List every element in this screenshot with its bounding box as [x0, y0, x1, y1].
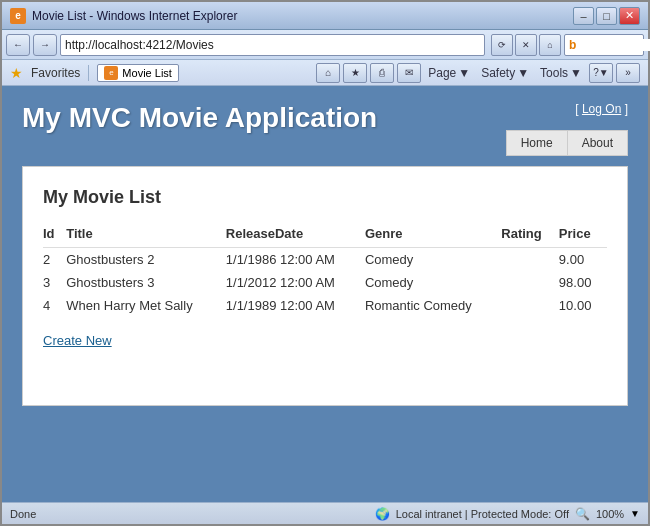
movie-list-heading: My Movie List [43, 187, 607, 208]
cell-genre: Comedy [365, 271, 501, 294]
table-row: 4When Harry Met Sally1/1/1989 12:00 AMRo… [43, 294, 607, 317]
address-input-wrap [60, 34, 485, 56]
favorites-separator [88, 65, 89, 81]
cell-id: 4 [43, 294, 66, 317]
browser-window: e Movie List - Windows Internet Explorer… [0, 0, 650, 526]
forward-button[interactable]: → [33, 34, 57, 56]
extend-btn[interactable]: » [616, 63, 640, 83]
cell-title: When Harry Met Sally [66, 294, 226, 317]
favorites-star-icon: ★ [10, 65, 23, 81]
address-bar: ← → ⟳ ✕ ⌂ b ⌕ [2, 30, 648, 60]
status-text: Done [10, 508, 367, 520]
movies-table: Id Title ReleaseDate Genre Rating Price … [43, 222, 607, 317]
address-icons: ⟳ ✕ ⌂ [491, 34, 561, 56]
cell-id: 3 [43, 271, 66, 294]
title-bar-left: e Movie List - Windows Internet Explorer [10, 8, 237, 24]
bing-logo: b [569, 38, 576, 52]
table-row: 3Ghostbusters 31/1/2012 12:00 AMComedy98… [43, 271, 607, 294]
about-nav-link[interactable]: About [567, 130, 628, 156]
zoom-icon: 🔍 [575, 507, 590, 521]
col-price: Price [559, 222, 607, 248]
window-controls: – □ ✕ [573, 7, 640, 25]
status-right: 🌍 Local intranet | Protected Mode: Off 🔍… [375, 507, 640, 521]
table-header: Id Title ReleaseDate Genre Rating Price [43, 222, 607, 248]
cell-genre: Romantic Comedy [365, 294, 501, 317]
main-area: My Movie List Id Title ReleaseDate Genre… [2, 166, 648, 502]
cell-title: Ghostbusters 3 [66, 271, 226, 294]
home-nav-link[interactable]: Home [506, 130, 567, 156]
refresh-button[interactable]: ⟳ [491, 34, 513, 56]
rss-btn[interactable]: ★ [343, 63, 367, 83]
minimize-button[interactable]: – [573, 7, 594, 25]
maximize-button[interactable]: □ [596, 7, 617, 25]
col-genre: Genre [365, 222, 501, 248]
col-rating: Rating [501, 222, 559, 248]
col-id: Id [43, 222, 66, 248]
favorites-tab[interactable]: e Movie List [97, 64, 179, 82]
create-new-link[interactable]: Create New [43, 333, 112, 348]
cell-id: 2 [43, 248, 66, 272]
safety-menu[interactable]: Safety ▼ [477, 64, 533, 82]
table-row: 2Ghostbusters 21/1/1986 12:00 AMComedy9.… [43, 248, 607, 272]
status-zone: Local intranet | Protected Mode: Off [396, 508, 569, 520]
cell-genre: Comedy [365, 248, 501, 272]
cell-rating [501, 248, 559, 272]
cell-price: 10.00 [559, 294, 607, 317]
stop-button[interactable]: ✕ [515, 34, 537, 56]
log-on-link[interactable]: Log On [582, 102, 621, 116]
address-input[interactable] [65, 38, 480, 52]
cell-release: 1/1/1989 12:00 AM [226, 294, 365, 317]
content-box: My Movie List Id Title ReleaseDate Genre… [22, 166, 628, 406]
back-button[interactable]: ← [6, 34, 30, 56]
security-icon: 🌍 [375, 507, 390, 521]
cell-rating [501, 271, 559, 294]
fav-tab-icon: e [104, 66, 118, 80]
header-nav: Home About [506, 130, 628, 156]
favorites-label[interactable]: Favorites [31, 66, 80, 80]
table-header-row: Id Title ReleaseDate Genre Rating Price [43, 222, 607, 248]
cell-price: 9.00 [559, 248, 607, 272]
print-btn[interactable]: ⎙ [370, 63, 394, 83]
col-title: Title [66, 222, 226, 248]
cell-rating [501, 294, 559, 317]
page-content: My MVC Movie Application [ Log On ] Home… [2, 86, 648, 502]
favorites-bar: ★ Favorites e Movie List ⌂ ★ ⎙ ✉ Page ▼ … [2, 60, 648, 86]
tools-menu[interactable]: Tools ▼ [536, 64, 586, 82]
movies-tbody: 2Ghostbusters 21/1/1986 12:00 AMComedy9.… [43, 248, 607, 318]
search-input[interactable] [578, 39, 650, 51]
cell-release: 1/1/2012 12:00 AM [226, 271, 365, 294]
app-header: My MVC Movie Application [ Log On ] Home… [2, 86, 648, 166]
browser-title: Movie List - Windows Internet Explorer [32, 9, 237, 23]
home-tool-btn[interactable]: ⌂ [316, 63, 340, 83]
ie-icon: e [10, 8, 26, 24]
zoom-arrow[interactable]: ▼ [630, 508, 640, 519]
page-menu[interactable]: Page ▼ [424, 64, 474, 82]
title-bar: e Movie List - Windows Internet Explorer… [2, 2, 648, 30]
cell-title: Ghostbusters 2 [66, 248, 226, 272]
home-nav-button[interactable]: ⌂ [539, 34, 561, 56]
toolbar-icons: ⌂ ★ ⎙ ✉ Page ▼ Safety ▼ Tools ▼ ? ▼ » [316, 63, 640, 83]
close-button[interactable]: ✕ [619, 7, 640, 25]
status-zoom: 100% [596, 508, 624, 520]
status-bar: Done 🌍 Local intranet | Protected Mode: … [2, 502, 648, 524]
fav-tab-label: Movie List [122, 67, 172, 79]
cell-price: 98.00 [559, 271, 607, 294]
col-releasedate: ReleaseDate [226, 222, 365, 248]
email-btn[interactable]: ✉ [397, 63, 421, 83]
help-btn[interactable]: ? ▼ [589, 63, 613, 83]
cell-release: 1/1/1986 12:00 AM [226, 248, 365, 272]
search-bar: b ⌕ [564, 34, 644, 56]
app-title: My MVC Movie Application [22, 102, 377, 134]
